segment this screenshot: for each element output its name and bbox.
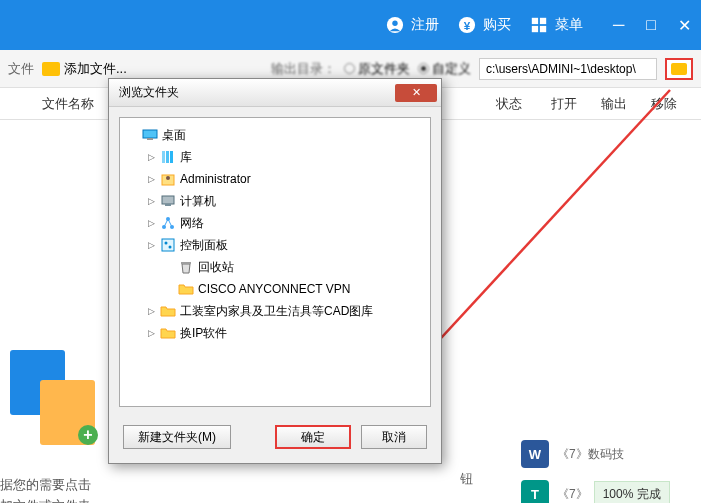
menu-link[interactable]: 菜单 <box>529 15 583 35</box>
tree-item[interactable]: ▷计算机 <box>124 190 426 212</box>
expander-icon[interactable]: ▷ <box>146 218 156 228</box>
add-files-button[interactable]: 添加文件... <box>42 60 127 78</box>
recycle-icon <box>178 259 194 275</box>
computer-icon <box>160 193 176 209</box>
grid-icon <box>529 15 549 35</box>
maximize-button[interactable]: □ <box>646 16 656 35</box>
control-icon <box>160 237 176 253</box>
svg-rect-6 <box>532 26 538 32</box>
tree-item-label: 工装室内家具及卫生洁具等CAD图库 <box>180 303 373 320</box>
tree-item-label: 计算机 <box>180 193 216 210</box>
result-row-word: W 《7》数码技 <box>521 440 681 468</box>
radio-custom[interactable]: 自定义 <box>418 60 471 78</box>
add-files-label: 添加文件... <box>64 60 127 78</box>
tree-item-label: 桌面 <box>162 127 186 144</box>
svg-rect-11 <box>147 138 153 140</box>
tree-item[interactable]: ▷控制面板 <box>124 234 426 256</box>
tree-item-label: 库 <box>180 149 192 166</box>
dialog-title-text: 浏览文件夹 <box>119 84 179 101</box>
header-status: 状态 <box>479 95 539 113</box>
header-remove: 移除 <box>639 95 689 113</box>
svg-point-1 <box>392 21 397 26</box>
new-folder-button[interactable]: 新建文件夹(M) <box>123 425 231 449</box>
yen-icon: ¥ <box>457 15 477 35</box>
tree-item-label: CISCO ANYCONNECT VPN <box>198 282 350 296</box>
browse-folder-dialog: 浏览文件夹 ✕ 桌面▷库▷Administrator▷计算机▷网络▷控制面板回收… <box>108 78 442 464</box>
buy-label: 购买 <box>483 16 511 34</box>
tree-item-label: Administrator <box>180 172 251 186</box>
folder-icon <box>178 281 194 297</box>
word-icon: W <box>521 440 549 468</box>
tree-item-label: 控制面板 <box>180 237 228 254</box>
tree-item[interactable]: 桌面 <box>124 124 426 146</box>
tree-item[interactable]: ▷工装室内家具及卫生洁具等CAD图库 <box>124 300 426 322</box>
svg-rect-10 <box>143 130 157 138</box>
user-icon <box>160 171 176 187</box>
folder-icon <box>671 63 687 75</box>
cancel-button[interactable]: 取消 <box>361 425 427 449</box>
menu-label: 菜单 <box>555 16 583 34</box>
tree-item[interactable]: ▷Administrator <box>124 168 426 190</box>
header-output: 输出 <box>589 95 639 113</box>
tree-item[interactable]: ▷网络 <box>124 212 426 234</box>
folder-tree[interactable]: 桌面▷库▷Administrator▷计算机▷网络▷控制面板回收站CISCO A… <box>119 117 431 407</box>
svg-rect-22 <box>162 239 174 251</box>
help-text: 据您的需要点击 加文件或文件夹 <box>0 475 91 503</box>
svg-rect-7 <box>540 26 546 32</box>
svg-rect-25 <box>181 262 191 264</box>
text-icon: T <box>521 480 549 503</box>
expander-icon[interactable]: ▷ <box>146 328 156 338</box>
tree-item[interactable]: 回收站 <box>124 256 426 278</box>
progress-badge: 100% 完成 <box>594 481 670 504</box>
svg-point-23 <box>165 242 168 245</box>
svg-rect-13 <box>166 151 169 163</box>
dialog-button-row: 新建文件夹(M) 确定 取消 <box>109 417 441 463</box>
library-icon <box>160 149 176 165</box>
expander-icon[interactable]: ▷ <box>146 240 156 250</box>
tree-item-label: 网络 <box>180 215 204 232</box>
dialog-titlebar[interactable]: 浏览文件夹 ✕ <box>109 79 441 107</box>
tree-item[interactable]: ▷库 <box>124 146 426 168</box>
dialog-close-button[interactable]: ✕ <box>395 84 437 102</box>
register-link[interactable]: 注册 <box>385 15 439 35</box>
svg-rect-5 <box>540 18 546 24</box>
svg-text:¥: ¥ <box>464 19 471 32</box>
folder-icon <box>42 62 60 76</box>
center-hint-fragment: 钮 <box>460 470 473 488</box>
minimize-button[interactable]: ─ <box>613 16 624 35</box>
desktop-icon <box>142 127 158 143</box>
tree-item-label: 换IP软件 <box>180 325 227 342</box>
titlebar: 注册 ¥ 购买 菜单 ─ □ ✕ <box>0 0 701 50</box>
network-icon <box>160 215 176 231</box>
ok-button[interactable]: 确定 <box>275 425 351 449</box>
user-icon <box>385 15 405 35</box>
tree-item-label: 回收站 <box>198 259 234 276</box>
svg-rect-17 <box>162 196 174 204</box>
svg-point-16 <box>166 176 170 180</box>
output-path-field[interactable]: c:\users\ADMINI~1\desktop\ <box>479 58 657 80</box>
output-dir-label: 输出目录： <box>271 60 336 78</box>
right-result-panel: W 《7》数码技 T 《7》 100% 完成 转换完成！ <box>521 440 681 503</box>
folder-icon <box>160 325 176 341</box>
svg-rect-4 <box>532 18 538 24</box>
expander-icon[interactable]: ▷ <box>146 174 156 184</box>
tree-item[interactable]: ▷换IP软件 <box>124 322 426 344</box>
close-button[interactable]: ✕ <box>678 16 691 35</box>
expander-icon[interactable]: ▷ <box>146 196 156 206</box>
browse-folder-button[interactable] <box>665 58 693 80</box>
radio-original[interactable]: 原文件夹 <box>344 60 410 78</box>
expander-icon[interactable]: ▷ <box>146 306 156 316</box>
buy-link[interactable]: ¥ 购买 <box>457 15 511 35</box>
file-label: 文件 <box>8 60 34 78</box>
window-controls: ─ □ ✕ <box>613 16 691 35</box>
register-label: 注册 <box>411 16 439 34</box>
tree-item[interactable]: CISCO ANYCONNECT VPN <box>124 278 426 300</box>
svg-point-24 <box>169 246 172 249</box>
svg-rect-18 <box>165 204 171 206</box>
folder-icon <box>160 303 176 319</box>
svg-rect-12 <box>162 151 165 163</box>
result-row-text: T 《7》 100% 完成 <box>521 480 681 503</box>
expander-icon[interactable]: ▷ <box>146 152 156 162</box>
add-files-illustration: + + <box>10 350 100 450</box>
svg-rect-14 <box>170 151 173 163</box>
